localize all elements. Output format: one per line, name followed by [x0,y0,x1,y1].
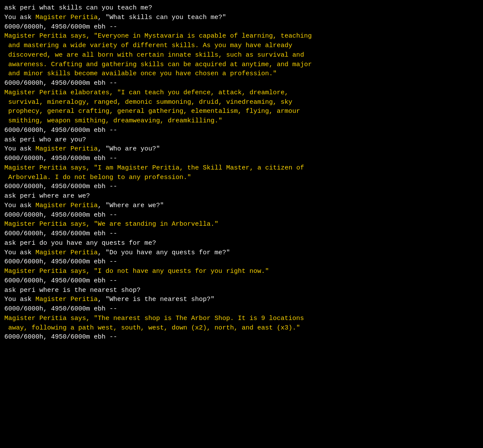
terminal-line: ask peri where are we? [4,192,479,201]
terminal-line: 6000/6000h, 4950/6000m ebh -- [4,182,479,192]
terminal-line: survival, mineralogy, ranged, demonic su… [4,98,479,107]
terminal-line: 6000/6000h, 4950/6000m ebh -- [4,22,479,32]
terminal-line: smithing, weapon smithing, dreamweaving,… [4,116,479,126]
terminal-line: ask peri do you have any quests for me? [4,239,479,248]
terminal-line: 6000/6000h, 4950/6000m ebh -- [4,276,479,286]
terminal-line: You ask Magister Peritia, "What skills c… [4,13,479,22]
terminal-line: 6000/6000h, 4950/6000m ebh -- [4,79,479,88]
terminal-line: 6000/6000h, 4950/6000m ebh -- [4,304,479,314]
terminal-line: ask peri where is the nearest shop? [4,286,479,295]
terminal-line: ask peri who are you? [4,135,479,145]
terminal-line: Magister Peritia says, "Everyone in Myst… [4,32,479,41]
terminal-line: awareness. Crafting and gathering skills… [4,60,479,70]
terminal-line: discovered, we are all born with certain… [4,51,479,60]
terminal-line: 6000/6000h, 4950/6000m ebh -- [4,211,479,220]
terminal-line: 6000/6000h, 4950/6000m ebh -- [4,154,479,163]
terminal-line: Magister Peritia elaborates, "I can teac… [4,88,479,98]
terminal-line: 6000/6000h, 4950/6000m ebh -- [4,333,479,342]
terminal-line: 6000/6000h, 4950/6000m ebh -- [4,229,479,239]
terminal-line: You ask Magister Peritia, "Do you have a… [4,248,479,258]
terminal-line: 6000/6000h, 4950/6000m ebh -- [4,257,479,267]
terminal-line: You ask Magister Peritia, "Who are you?" [4,144,479,154]
terminal-line: Magister Peritia says, "We are standing … [4,220,479,229]
terminal-line: Magister Peritia says, "The nearest shop… [4,314,479,323]
terminal-line: and minor skills become available once y… [4,69,479,79]
terminal-line: Arborvella. I do not belong to any profe… [4,173,479,182]
terminal-line: Magister Peritia says, "I do not have an… [4,267,479,276]
terminal-line: prophecy, general crafting, general gath… [4,107,479,116]
terminal-line: Magister Peritia says, "I am Magister Pe… [4,163,479,173]
terminal-line: You ask Magister Peritia, "Where is the … [4,295,479,304]
terminal-line: and mastering a wide variety of differen… [4,41,479,51]
terminal-output: ask peri what skills can you teach me?Yo… [4,3,479,342]
terminal-line: ask peri what skills can you teach me? [4,3,479,13]
terminal-line: 6000/6000h, 4950/6000m ebh -- [4,126,479,135]
terminal-line: You ask Magister Peritia, "Where are we?… [4,201,479,211]
terminal-line: away, following a path west, south, west… [4,323,479,333]
